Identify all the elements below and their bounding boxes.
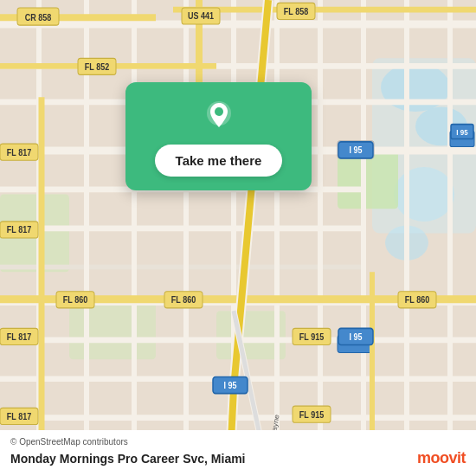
svg-rect-8 [69,301,156,359]
map-container: CR 858 FL 858 FL 852 US 441 FL 817 FL 81… [0,0,476,476]
svg-point-86 [215,107,223,116]
svg-text:FL 860: FL 860 [63,295,87,306]
svg-text:FL 852: FL 852 [85,61,109,72]
svg-text:I 95: I 95 [456,128,468,138]
moovit-logo: moovit [417,449,466,467]
svg-text:FL 860: FL 860 [405,295,429,306]
place-info: Monday Mornings Pro Career Svc, Miami mo… [10,449,466,467]
svg-text:FL 817: FL 817 [7,411,31,421]
svg-text:CR 858: CR 858 [25,12,52,23]
svg-text:I 95: I 95 [224,380,238,390]
svg-text:FL 915: FL 915 [299,331,325,342]
svg-text:US 441: US 441 [188,11,215,22]
svg-text:FL 858: FL 858 [284,6,309,16]
svg-text:FL 817: FL 817 [7,147,31,158]
location-pin-icon [200,98,238,136]
svg-rect-6 [338,151,398,209]
bottom-bar: © OpenStreetMap contributors Monday Morn… [0,430,476,476]
moovit-text: moovit [417,449,466,467]
take-me-there-button[interactable]: Take me there [155,145,283,177]
svg-text:FL 860: FL 860 [171,295,196,306]
svg-text:FL 817: FL 817 [7,225,31,235]
location-card[interactable]: Take me there [125,82,312,190]
svg-text:I 95: I 95 [350,145,363,156]
svg-text:FL 817: FL 817 [7,331,31,342]
svg-text:I 95: I 95 [350,331,363,342]
osm-credit: © OpenStreetMap contributors [10,437,466,447]
svg-text:FL 915: FL 915 [299,409,325,420]
place-name: Monday Mornings Pro Career Svc, Miami [10,452,246,466]
map-svg: CR 858 FL 858 FL 852 US 441 FL 817 FL 81… [0,0,476,476]
